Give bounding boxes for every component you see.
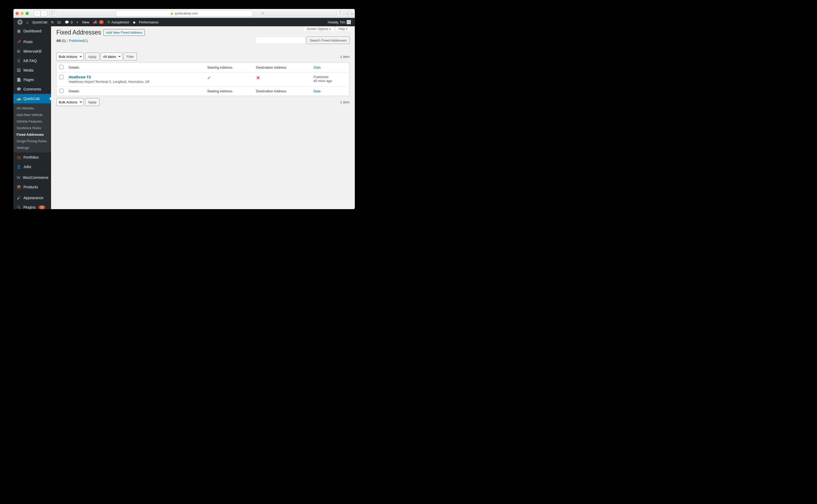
- admin-sidebar: 🏠Dashboard 📌Posts 🏛MinervaKB ☰KB FAQ 🖼Me…: [13, 26, 51, 209]
- quickcab-submenu: All Vehicles Add New Vehicle Vehicle Fea…: [13, 103, 51, 153]
- performance-icon: ◆: [133, 20, 138, 24]
- row-checkbox[interactable]: [59, 75, 63, 79]
- sidebar-item-posts[interactable]: 📌Posts: [13, 37, 51, 47]
- lock-icon: 🔒: [170, 12, 173, 15]
- back-button[interactable]: ‹: [34, 11, 40, 16]
- filter-all[interactable]: All (1): [56, 39, 66, 43]
- share-button[interactable]: [337, 11, 343, 16]
- submenu-fixed-addresses[interactable]: Fixed Addresses: [13, 131, 51, 138]
- sidebar-item-products[interactable]: 📦Products: [13, 182, 51, 192]
- add-new-button[interactable]: Add New Fixed Address: [103, 29, 145, 36]
- minimize-window-button[interactable]: [21, 12, 24, 15]
- row-title-link[interactable]: Heathrow T3: [69, 75, 91, 79]
- col-destination-foot: Destination Address: [253, 87, 311, 96]
- maximize-window-button[interactable]: [26, 12, 29, 15]
- item-count-top: 1 item: [340, 55, 349, 59]
- my-account-menu[interactable]: Howdy, Tim: [326, 18, 353, 26]
- site-name-menu[interactable]: ⌂QuickCab: [24, 18, 49, 26]
- search-submit-button[interactable]: Search Fixed Addresses: [307, 37, 349, 44]
- updates-menu[interactable]: ↻11: [49, 18, 63, 26]
- media-icon: 🖼: [16, 68, 21, 73]
- products-icon: 📦: [16, 184, 21, 190]
- search-input[interactable]: [255, 37, 305, 44]
- submenu-geofence-rules[interactable]: Geofence Rules: [13, 125, 51, 131]
- close-window-button[interactable]: [16, 12, 19, 15]
- appearance-icon: 🖌: [16, 195, 21, 200]
- apply-button-bottom[interactable]: Apply: [85, 98, 99, 106]
- sidebar-item-woocommerce[interactable]: WWooCommerce: [13, 173, 51, 182]
- forward-button[interactable]: ›: [41, 11, 47, 16]
- col-starting: Starting Address: [204, 63, 253, 72]
- sidebar-item-dashboard[interactable]: 🏠Dashboard: [13, 26, 51, 36]
- sidebar-item-jobs[interactable]: 👤Jobs: [13, 162, 51, 172]
- svg-rect-0: [51, 12, 55, 15]
- sidebar-item-media[interactable]: 🖼Media: [13, 65, 51, 75]
- sidebar-item-kbfaq[interactable]: ☰KB FAQ: [13, 56, 51, 65]
- row-status: Published: [313, 75, 347, 79]
- filter-button[interactable]: Filter: [124, 53, 137, 61]
- screen-meta-links: Screen Options Help: [304, 26, 351, 32]
- sidebar-toggle-button[interactable]: [50, 11, 56, 16]
- filter-published[interactable]: Published: [69, 39, 84, 43]
- col-destination: Destination Address: [253, 63, 311, 72]
- table-row: Heathrow T3 Heathrow Airport Terminal 3,…: [57, 72, 349, 87]
- item-count-bottom: 1 item: [340, 100, 349, 104]
- sidebar-item-quickcab[interactable]: 🚕QuickCab: [13, 94, 51, 103]
- screen-options-button[interactable]: Screen Options: [304, 26, 334, 32]
- new-tab-button[interactable]: +: [351, 12, 354, 15]
- page-wrap: Fixed Addresses Add New Fixed Address Al…: [51, 26, 355, 111]
- col-details-foot: Details: [66, 87, 204, 96]
- pin-icon: 📌: [16, 39, 21, 44]
- sidebar-item-minervakb[interactable]: 🏛MinervaKB: [13, 47, 51, 56]
- sidebar-item-portfolios[interactable]: 💼Portfolios: [13, 153, 51, 162]
- woocommerce-icon: W: [16, 175, 21, 180]
- new-content-menu[interactable]: +New: [74, 18, 91, 26]
- main-content: Screen Options Help Fixed Addresses Add …: [51, 26, 355, 209]
- dashboard-icon: 🏠: [16, 28, 21, 34]
- apply-button-top[interactable]: Apply: [85, 53, 99, 61]
- col-details: Details: [66, 63, 204, 72]
- sidebar-item-pages[interactable]: 📄Pages: [13, 75, 51, 84]
- fixed-addresses-table: Details Starting Address Destination Add…: [56, 63, 349, 96]
- select-all-bottom[interactable]: [59, 89, 63, 93]
- row-time: 40 mins ago: [313, 79, 347, 83]
- updates-icon: ↻: [51, 20, 56, 24]
- comments-menu[interactable]: 💬0: [63, 18, 74, 26]
- submenu-settings[interactable]: Settings: [13, 144, 51, 151]
- submenu-surge-pricing[interactable]: Surge Pricing Rules: [13, 138, 51, 144]
- col-date-foot[interactable]: Date: [311, 87, 349, 96]
- date-filter-select[interactable]: All dates: [101, 53, 122, 61]
- plus-icon: +: [76, 20, 81, 24]
- page-title: Fixed Addresses: [56, 29, 101, 36]
- svg-rect-3: [347, 12, 350, 14]
- autoptimize-menu[interactable]: Autoptimize: [106, 18, 131, 26]
- wp-body: 🏠Dashboard 📌Posts 🏛MinervaKB ☰KB FAQ 🖼Me…: [13, 26, 355, 209]
- bulk-actions-select-bottom[interactable]: Bulk Actions: [56, 98, 84, 106]
- browser-window: ‹ › 🔒 quickcabwp.com ↻ + W ⌂QuickCab ↻11…: [13, 9, 355, 209]
- book-icon: 🏛: [16, 49, 21, 54]
- browser-titlebar: ‹ › 🔒 quickcabwp.com ↻ +: [13, 9, 355, 18]
- submenu-all-vehicles[interactable]: All Vehicles: [13, 105, 51, 112]
- wp-logo-menu[interactable]: W: [16, 18, 24, 26]
- select-all-top[interactable]: [59, 65, 63, 69]
- notification-menu[interactable]: 📣2: [91, 18, 106, 26]
- window-traffic-lights: [16, 12, 29, 15]
- submenu-vehicle-features[interactable]: Vehicle Features: [13, 118, 51, 125]
- tablenav-bottom: Bulk Actions Apply 1 item: [56, 98, 349, 106]
- bulk-actions-select-top[interactable]: Bulk Actions: [56, 53, 84, 61]
- pages-icon: 📄: [16, 77, 21, 82]
- sidebar-item-appearance[interactable]: 🖌Appearance: [13, 193, 51, 203]
- sidebar-item-comments[interactable]: 💬Comments: [13, 84, 51, 94]
- submenu-add-vehicle[interactable]: Add New Vehicle: [13, 112, 51, 118]
- wordpress-icon: W: [17, 19, 23, 25]
- sidebar-item-plugins[interactable]: 🔌Plugins10: [13, 203, 51, 209]
- plugins-icon: 🔌: [16, 205, 21, 209]
- performance-menu[interactable]: ◆Performance: [131, 18, 160, 26]
- help-button[interactable]: Help: [335, 26, 351, 32]
- tablenav-top: Bulk Actions Apply All dates Filter 1 it…: [56, 53, 349, 61]
- url-bar[interactable]: 🔒 quickcabwp.com: [116, 10, 253, 17]
- reload-button[interactable]: ↻: [262, 12, 264, 15]
- col-date[interactable]: Date: [311, 63, 349, 72]
- tabs-button[interactable]: [345, 11, 351, 16]
- url-text: quickcabwp.com: [174, 12, 198, 15]
